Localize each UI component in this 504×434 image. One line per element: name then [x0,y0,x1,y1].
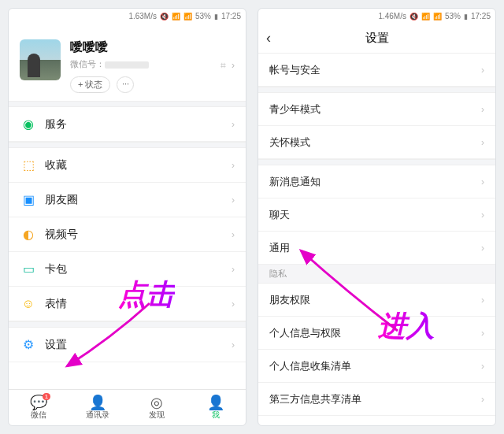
more-button[interactable]: ··· [117,76,134,93]
row-label: 关怀模式 [269,135,310,150]
avatar[interactable] [20,39,61,80]
row-care-mode[interactable]: 关怀模式› [258,126,495,159]
battery-pct: 53% [445,12,461,20]
mute-icon: 🔇 [410,13,418,20]
row-account-security[interactable]: 帐号与安全› [258,54,495,87]
row-personal-collect-list[interactable]: 个人信息收集清单› [258,350,495,383]
gear-icon: ⚙ [20,337,37,352]
tab-label: 我 [212,410,220,421]
row-label: 新消息通知 [269,175,321,189]
tab-bar: 💬 1 微信 👤 通讯录 ◎ 发现 👤 我 [9,389,246,425]
row-general[interactable]: 通用› [258,232,495,265]
page-title: 设置 [365,31,389,46]
row-channels[interactable]: ◐ 视频号 › [9,217,246,252]
chat-badge: 1 [43,393,50,400]
row-label: 朋友权限 [269,293,310,307]
wallet-icon: ▭ [20,262,37,276]
wechat-id: 微信号： [70,58,149,70]
row-friends-permission[interactable]: 朋友权限› [258,284,495,317]
row-stickers[interactable]: ☺ 表情 › [9,287,246,321]
chevron-right-icon: › [232,229,235,240]
wifi-icon: 📶 [421,13,430,20]
row-thirdparty-share-list[interactable]: 第三方信息共享清单› [258,383,495,416]
tab-label: 发现 [149,410,165,421]
row-label: 收藏 [45,158,67,172]
image-icon: ▣ [20,192,37,207]
play-icon: ◐ [20,227,37,242]
row-label: 视频号 [45,228,78,242]
row-moments[interactable]: ▣ 朋友圈 › [9,183,246,217]
phone-settings-screen: 1.46M/s 🔇 📶 📶 53% ▮ 17:25 ‹ 设置 帐号与安全› 青少… [258,8,496,426]
row-label: 服务 [45,117,67,132]
tab-me[interactable]: 👤 我 [187,390,246,425]
back-button[interactable]: ‹ [266,30,271,46]
row-label: 青少年模式 [269,102,321,117]
row-label: 表情 [45,297,67,311]
profile-name: 噯噯噯 [70,39,149,56]
row-label: 个人信息收集清单 [269,359,351,373]
signal-icon: 📶 [183,13,192,20]
signal-icon: 📶 [433,13,442,20]
battery-pct: 53% [195,12,211,20]
row-label: 朋友圈 [45,193,78,207]
row-label: 第三方信息共享清单 [269,392,361,406]
mute-icon: 🔇 [160,13,169,20]
tab-label: 通讯录 [86,410,109,421]
title-bar: ‹ 设置 [258,24,495,54]
row-label: 聊天 [269,208,290,222]
qr-icon[interactable]: ⌗ › [220,39,235,71]
chevron-right-icon: › [232,264,235,275]
tab-chat[interactable]: 💬 1 微信 [9,390,68,425]
chevron-right-icon: › [232,195,235,206]
compass-icon: ◎ [150,395,163,410]
chevron-right-icon: › [232,160,235,171]
net-speed: 1.46M/s [378,12,406,20]
tab-contacts[interactable]: 👤 通讯录 [68,390,127,425]
row-personal-permission[interactable]: 个人信息与权限› [258,317,495,350]
battery-icon: ▮ [214,13,218,20]
battery-icon: ▮ [464,13,468,20]
row-chat-settings[interactable]: 聊天› [258,198,495,232]
status-bar: 1.63M/s 🔇 📶 📶 53% ▮ 17:25 [9,9,246,24]
profile-block[interactable]: 噯噯噯 微信号： + 状态 ··· ⌗ › [9,24,246,101]
services-icon: ◉ [20,117,37,132]
cube-icon: ⬚ [20,158,37,172]
wifi-icon: 📶 [172,13,180,20]
row-services[interactable]: ◉ 服务 › [9,107,246,142]
row-label: 设置 [45,338,67,352]
row-teen-mode[interactable]: 青少年模式› [258,93,495,126]
row-label: 个人信息与权限 [269,326,341,340]
section-privacy: 隐私 [258,265,495,284]
add-status-button[interactable]: + 状态 [70,76,110,93]
row-cards[interactable]: ▭ 卡包 › [9,252,246,287]
clock: 17:25 [221,12,241,20]
phone-me-screen: 1.63M/s 🔇 📶 📶 53% ▮ 17:25 噯噯噯 微信号： + 状态 … [8,8,246,426]
status-bar: 1.46M/s 🔇 📶 📶 53% ▮ 17:25 [258,9,495,24]
row-label: 帐号与安全 [269,63,321,77]
net-speed: 1.63M/s [128,12,157,20]
contacts-icon: 👤 [89,395,106,410]
tab-discover[interactable]: ◎ 发现 [128,390,187,425]
chevron-right-icon: › [232,299,235,310]
smile-icon: ☺ [20,297,37,311]
chevron-right-icon: › [232,119,235,130]
row-label: 卡包 [45,262,67,276]
row-settings[interactable]: ⚙ 设置 › [9,328,246,362]
row-favorites[interactable]: ⬚ 收藏 › [9,148,246,183]
tab-label: 微信 [31,410,46,421]
row-label: 通用 [269,241,290,255]
clock: 17:25 [471,12,491,20]
person-icon: 👤 [207,395,224,410]
chevron-right-icon: › [232,339,235,351]
row-notifications[interactable]: 新消息通知› [258,165,495,198]
